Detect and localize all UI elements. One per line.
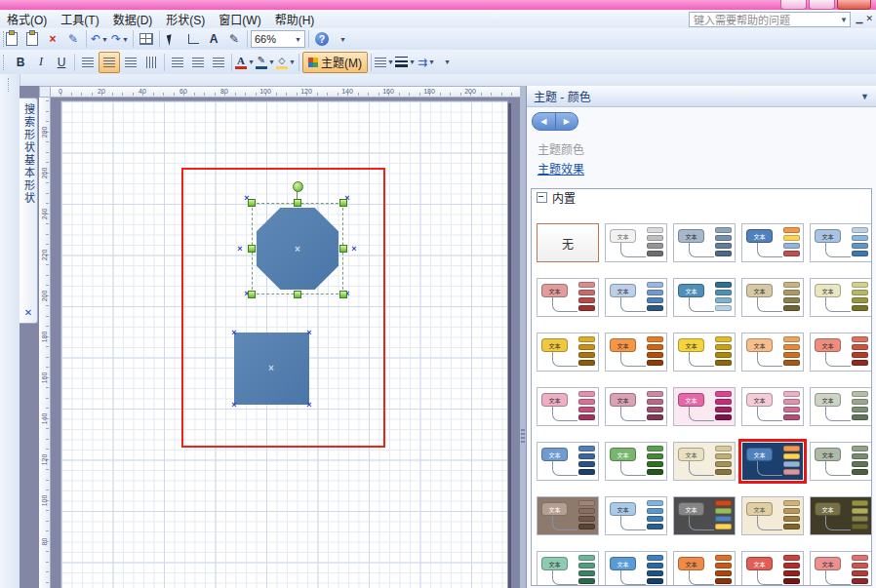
theme-swatch-32[interactable]: 文本 [673, 551, 736, 586]
close-icon[interactable]: ✕ [24, 307, 32, 318]
delete-button[interactable]: × [43, 29, 62, 49]
theme-swatch-3[interactable]: 文本 [741, 223, 804, 262]
theme-swatch-24[interactable]: 文本 [810, 442, 872, 481]
decrease-indent-button[interactable] [188, 53, 208, 72]
theme-swatch-28[interactable]: 文本 [741, 496, 804, 535]
help-search-input[interactable]: 键入需要帮助的问题 ▼ [689, 12, 851, 27]
increase-indent-button[interactable] [209, 53, 228, 72]
menu-item-0[interactable]: 格式(O) [0, 10, 54, 28]
underline-button[interactable]: U [52, 53, 71, 72]
chevron-down-icon[interactable]: ▼ [289, 59, 296, 65]
text-tool-button[interactable]: A [204, 29, 223, 49]
theme-swatch-11[interactable]: 文本 [605, 333, 667, 372]
arrow-style-button[interactable]: ⇉▼ [417, 53, 436, 72]
zoom-select[interactable]: 66% ▼ [251, 30, 305, 48]
theme-swatch-9[interactable]: 文本 [810, 278, 872, 317]
theme-swatch-none[interactable]: 无 [537, 223, 599, 262]
chevron-down-icon[interactable]: ▼ [409, 59, 416, 65]
theme-swatch-27[interactable]: 文本 [673, 496, 736, 535]
theme-swatch-5[interactable]: 文本 [537, 278, 599, 317]
menu-item-4[interactable]: 窗口(W) [212, 10, 267, 28]
menu-item-2[interactable]: 数据(D) [106, 10, 160, 28]
save-button[interactable] [2, 29, 21, 49]
theme-button[interactable]: 主题(M) [302, 52, 368, 73]
menu-item-3[interactable]: 形状(S) [159, 10, 212, 28]
resize-handle-ne[interactable] [339, 199, 347, 207]
font-color-button[interactable]: A ▼ [235, 53, 255, 72]
theme-swatch-22[interactable]: 文本 [673, 442, 736, 481]
undo-button[interactable]: ↶▼ [90, 29, 109, 49]
theme-swatch-25[interactable]: 文本 [537, 496, 599, 535]
chevron-down-icon[interactable]: ▼ [248, 59, 255, 65]
distribute-button[interactable] [141, 53, 161, 72]
minimize-button[interactable] [780, 0, 807, 10]
line-color-button[interactable]: ✎ ▼ [256, 53, 275, 72]
bullets-button[interactable] [168, 53, 187, 72]
collapse-icon[interactable] [537, 192, 547, 203]
theme-swatch-34[interactable]: 文本 [810, 551, 872, 586]
line-pattern-button[interactable]: ▼ [375, 53, 394, 72]
italic-button[interactable]: I [31, 53, 51, 72]
pointer-tool-button[interactable] [163, 29, 182, 49]
theme-swatch-15[interactable]: 文本 [537, 387, 599, 426]
chevron-down-icon[interactable]: ▼ [840, 16, 848, 24]
chevron-down-icon[interactable]: ▼ [428, 59, 435, 65]
theme-swatch-2[interactable]: 文本 [673, 223, 736, 262]
back-button[interactable]: ◀ [533, 113, 555, 130]
theme-swatch-10[interactable]: 文本 [537, 333, 599, 372]
theme-swatch-33[interactable]: 文本 [741, 551, 804, 586]
theme-swatch-31[interactable]: 文本 [605, 551, 667, 586]
theme-swatch-20[interactable]: 文本 [537, 442, 599, 481]
report-button[interactable] [137, 29, 156, 49]
close-button[interactable] [837, 0, 871, 10]
theme-swatch-7[interactable]: 文本 [673, 278, 736, 317]
resize-handle-sw[interactable] [248, 291, 256, 298]
align-right-button[interactable] [121, 53, 140, 72]
resize-handle-n[interactable] [294, 199, 301, 207]
doc-minimize-icon[interactable]: ▁ [856, 14, 863, 23]
shapes-panel-tab[interactable]: 搜索形状 基本形状 ✕ [20, 98, 38, 324]
forward-button[interactable]: ▶ [556, 113, 578, 130]
theme-swatch-1[interactable]: 文本 [605, 223, 667, 262]
align-left-button[interactable] [78, 53, 98, 72]
maximize-button[interactable] [809, 0, 835, 10]
theme-swatch-14[interactable]: 文本 [810, 333, 872, 372]
resize-handle-e[interactable] [339, 245, 347, 253]
resize-handle-s[interactable] [294, 291, 301, 298]
theme-swatch-18[interactable]: 文本 [741, 387, 804, 426]
line-weight-button[interactable]: ▼ [395, 53, 416, 72]
toolbar-options-button[interactable]: ▼ [333, 29, 352, 49]
menu-item-1[interactable]: 工具(T) [54, 10, 105, 28]
redo-button[interactable]: ↷▼ [110, 29, 130, 49]
chevron-down-icon[interactable]: ▼ [860, 92, 869, 101]
align-center-button[interactable] [99, 52, 120, 73]
theme-swatch-16[interactable]: 文本 [605, 387, 667, 426]
menu-item-5[interactable]: 帮助(H) [268, 10, 322, 28]
bold-button[interactable]: B [11, 53, 30, 72]
theme-swatch-4[interactable]: 文本 [810, 223, 872, 262]
theme-swatch-17[interactable]: 文本 [673, 387, 736, 426]
chevron-down-icon[interactable]: ▼ [387, 59, 394, 65]
resize-handle-se[interactable] [339, 291, 347, 298]
resize-handle-w[interactable] [248, 245, 256, 253]
fill-color-button[interactable]: ◇ ▼ [276, 53, 296, 72]
theme-swatch-26[interactable]: 文本 [605, 496, 667, 535]
theme-swatch-6[interactable]: 文本 [605, 278, 667, 317]
pencil-tool-button[interactable]: ✎ [224, 29, 244, 49]
theme-swatch-21[interactable]: 文本 [605, 442, 667, 481]
theme-swatch-29[interactable]: 文本 [810, 496, 872, 535]
help-button[interactable]: ? [312, 29, 332, 49]
chevron-down-icon[interactable]: ▼ [268, 59, 275, 65]
paste-button[interactable] [22, 29, 42, 49]
doc-close-icon[interactable]: ✕ [865, 14, 873, 23]
resize-handle-nw[interactable] [248, 199, 256, 207]
connector-tool-button[interactable] [183, 29, 203, 49]
theme-swatch-12[interactable]: 文本 [673, 333, 736, 372]
rotation-handle[interactable] [293, 181, 303, 192]
theme-swatch-8[interactable]: 文本 [741, 278, 804, 317]
theme-effects-link[interactable]: 主题效果 [538, 160, 865, 176]
toolbar-grip[interactable] [8, 78, 12, 92]
chevron-down-icon[interactable]: ▼ [122, 36, 129, 43]
toolbar-grip[interactable] [3, 55, 7, 70]
theme-swatch-13[interactable]: 文本 [741, 333, 804, 372]
